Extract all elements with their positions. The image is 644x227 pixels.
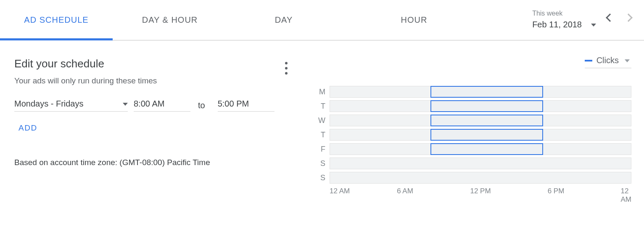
chart-row-track[interactable] — [330, 129, 631, 141]
start-time-value: 8:00 AM — [134, 99, 164, 109]
chevron-right-icon[interactable] — [624, 13, 633, 22]
chart-highlight — [430, 129, 544, 141]
metric-select[interactable]: Clicks — [585, 56, 631, 68]
chart-row: M — [313, 86, 631, 98]
chart-highlight — [430, 86, 544, 98]
tabbar: AD SCHEDULE DAY & HOUR DAY HOUR This wee… — [0, 0, 644, 40]
schedule-row: Mondays - Fridays 8:00 AM to 5:00 PM — [14, 99, 288, 112]
to-label: to — [198, 101, 205, 110]
add-button[interactable]: ADD — [18, 123, 37, 133]
chevron-left-icon[interactable] — [606, 13, 614, 22]
chart-row-label: S — [313, 159, 325, 168]
date-range-value: Feb 11, 2018 — [532, 20, 582, 29]
chart-row-label: F — [313, 145, 325, 154]
chart-row: S — [313, 158, 631, 169]
chart-row-track[interactable] — [330, 158, 631, 169]
metric-label: Clicks — [596, 56, 619, 65]
chevron-down-icon — [591, 24, 596, 27]
axis-tick: 6 PM — [548, 187, 565, 195]
chart-row: F — [313, 143, 631, 155]
tab-day[interactable]: DAY — [227, 0, 340, 40]
timezone-note: Based on account time zone: (GMT-08:00) … — [14, 158, 288, 167]
days-select-value: Mondays - Fridays — [14, 99, 84, 109]
start-time-input[interactable]: 8:00 AM — [134, 99, 190, 112]
chart-row: W — [313, 115, 631, 126]
chart-row: T — [313, 100, 631, 112]
chart-highlight — [430, 100, 544, 112]
days-select[interactable]: Mondays - Fridays — [14, 99, 128, 112]
chart-row-label: S — [313, 174, 325, 182]
axis-tick: 12 AM — [330, 187, 350, 195]
more-options-icon[interactable] — [285, 61, 288, 76]
tab-hour[interactable]: HOUR — [340, 0, 488, 40]
axis-tick: 12 AM — [621, 187, 632, 204]
date-range-nav — [607, 15, 631, 26]
axis-tick: 6 AM — [397, 187, 413, 195]
end-time-value: 5:00 PM — [218, 99, 249, 109]
editor-subheading: Your ads will only run during these time… — [14, 76, 288, 85]
schedule-editor: Edit your schedule Your ads will only ru… — [14, 57, 288, 198]
axis-tick: 12 PM — [470, 187, 491, 195]
chart-row: T — [313, 129, 631, 141]
date-range-label: This week — [532, 10, 562, 17]
chart-highlight — [430, 115, 544, 126]
chart-row-track[interactable] — [330, 115, 631, 126]
tab-day-and-hour[interactable]: DAY & HOUR — [113, 0, 227, 40]
end-time-input[interactable]: 5:00 PM — [218, 99, 274, 112]
chart-row-track[interactable] — [330, 100, 631, 112]
chevron-down-icon — [625, 59, 630, 62]
chart-row-label: T — [313, 131, 325, 139]
tab-ad-schedule[interactable]: AD SCHEDULE — [0, 0, 113, 40]
content: Edit your schedule Your ads will only ru… — [0, 40, 644, 206]
editor-heading: Edit your schedule — [14, 57, 288, 70]
chart-row-label: M — [313, 88, 325, 96]
chart-row-track[interactable] — [330, 172, 631, 184]
chevron-down-icon — [123, 103, 128, 106]
date-range-picker[interactable]: This week Feb 11, 2018 — [532, 6, 596, 34]
chart-row-track[interactable] — [330, 143, 631, 155]
chart-row: S — [313, 172, 631, 184]
schedule-chart: Clicks MTWTFSS 12 AM6 AM12 PM6 PM12 AM — [313, 57, 631, 198]
chart-row-label: W — [313, 116, 325, 125]
chart-row-track[interactable] — [330, 86, 631, 98]
chart-highlight — [430, 143, 544, 155]
chart-row-label: T — [313, 102, 325, 111]
metric-swatch-icon — [585, 60, 592, 61]
